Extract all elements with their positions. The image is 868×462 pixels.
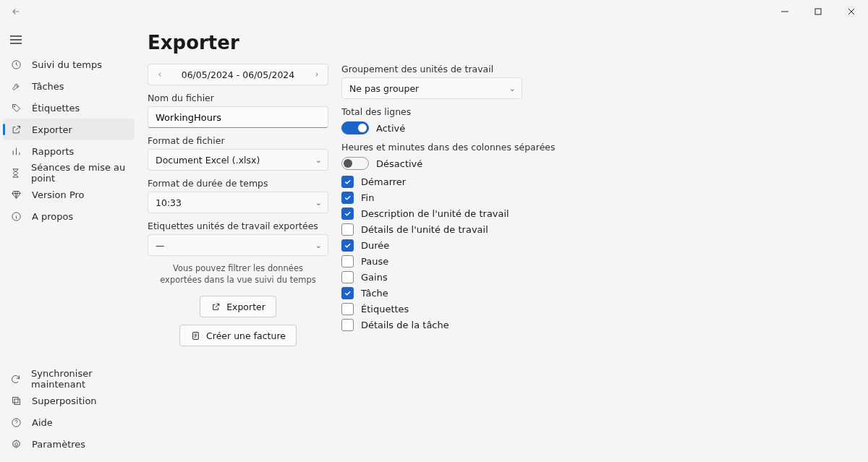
totals-state: Activé [376, 123, 405, 134]
checkbox[interactable] [341, 287, 354, 299]
sidebar-item-pro[interactable]: Version Pro [0, 184, 137, 205]
chevron-down-icon: ⌄ [315, 241, 322, 250]
fileformat-select[interactable]: Document Excel (.xlsx) ⌄ [148, 149, 328, 171]
sidebar-item-label: Paramètres [32, 439, 85, 450]
checkbox[interactable] [341, 223, 354, 236]
sidebar-item-focus[interactable]: Séances de mise au point [0, 162, 137, 184]
sidebar-item-help[interactable]: Aide [0, 411, 137, 433]
window-close[interactable] [835, 0, 868, 23]
menu-toggle[interactable] [1, 27, 30, 52]
clock-icon [10, 59, 22, 70]
checkbox[interactable] [341, 319, 354, 331]
column-option[interactable]: Détails de la tâche [341, 319, 566, 331]
back-button[interactable] [7, 3, 25, 20]
grouping-label: Groupement des unités de travail [341, 64, 566, 74]
totals-label: Total des lignes [341, 106, 566, 117]
duration-format-select[interactable]: 10:33 ⌄ [148, 192, 328, 213]
filename-input[interactable] [148, 106, 328, 128]
date-next-button[interactable] [305, 64, 328, 85]
sidebar-item-reports[interactable]: Rapports [0, 140, 137, 162]
grouping-select[interactable]: Ne pas grouper ⌄ [341, 77, 522, 99]
sidebar-item-tasks[interactable]: Tâches [0, 75, 137, 97]
checkbox[interactable] [341, 271, 354, 283]
filename-label: Nom du fichier [148, 93, 328, 103]
column-option-label: Fin [361, 192, 374, 203]
export-icon [10, 124, 22, 135]
svg-point-7 [14, 442, 17, 445]
column-option-label: Durée [361, 240, 389, 251]
chart-icon [10, 145, 22, 157]
column-option[interactable]: Étiquettes [341, 303, 566, 315]
svg-rect-4 [12, 397, 18, 403]
duration-label: Format de durée de temps [148, 178, 328, 189]
sidebar-item-tags[interactable]: Étiquettes [0, 97, 137, 119]
sidebar-item-settings[interactable]: Paramètres [0, 433, 137, 455]
help-icon [10, 416, 22, 428]
wrench-icon [10, 80, 22, 92]
svg-rect-5 [14, 399, 20, 405]
column-option[interactable]: Détails de l'unité de travail [341, 223, 566, 236]
date-range-display[interactable]: 06/05/2024 - 06/05/2024 [171, 64, 305, 85]
column-option[interactable]: Description de l'unité de travail [341, 208, 566, 220]
sidebar-item-label: Séances de mise au point [31, 162, 129, 184]
hm-toggle[interactable] [341, 157, 369, 170]
sidebar-item-sync[interactable]: Synchroniser maintenant [0, 368, 137, 390]
checkbox[interactable] [341, 176, 354, 188]
column-option[interactable]: Durée [341, 239, 566, 252]
sidebar-item-overlay[interactable]: Superposition [0, 390, 137, 411]
taglabels-value: — [156, 240, 165, 251]
sidebar-item-label: Exporter [32, 124, 72, 135]
checkbox[interactable] [341, 303, 354, 315]
column-option[interactable]: Tâche [341, 287, 566, 299]
tag-icon [10, 102, 22, 114]
export-icon [210, 301, 221, 312]
column-option-label: Détails de l'unité de travail [361, 224, 488, 235]
sidebar-item-time-tracking[interactable]: Suivi du temps [0, 54, 137, 75]
window-maximize[interactable] [801, 0, 835, 23]
column-option[interactable]: Démarrer [341, 176, 566, 188]
tag-labels-select[interactable]: — ⌄ [148, 234, 328, 256]
date-prev-button[interactable] [148, 64, 171, 85]
sidebar-item-label: Suivi du temps [32, 59, 102, 70]
svg-rect-0 [815, 9, 821, 14]
column-option[interactable]: Gains [341, 271, 566, 283]
diamond-icon [10, 189, 22, 200]
column-option-label: Étiquettes [361, 304, 409, 315]
column-option-label: Gains [361, 272, 388, 283]
column-option-label: Démarrer [361, 176, 406, 187]
chevron-down-icon: ⌄ [509, 84, 516, 93]
overlay-icon [10, 395, 22, 406]
hm-state: Désactivé [376, 158, 422, 169]
sidebar-item-about[interactable]: A propos [0, 205, 137, 227]
chevron-down-icon: ⌄ [315, 198, 322, 208]
create-invoice-label: Créer une facture [206, 330, 286, 341]
export-button-label: Exporter [226, 301, 265, 312]
invoice-icon [190, 330, 200, 341]
chevron-down-icon: ⌄ [315, 155, 322, 165]
totals-toggle[interactable] [341, 121, 369, 134]
sync-icon [10, 373, 21, 385]
sidebar-item-export[interactable]: Exporter [3, 119, 135, 140]
export-button[interactable]: Exporter [200, 296, 276, 317]
checkbox[interactable] [341, 255, 354, 268]
window-minimize[interactable] [768, 0, 801, 23]
sidebar-item-label: Version Pro [32, 189, 85, 200]
fileformat-value: Document Excel (.xlsx) [156, 155, 260, 166]
sidebar-item-label: A propos [32, 211, 73, 222]
gear-icon [10, 438, 22, 450]
taglabels-label: Etiquettes unités de travail exportées [148, 221, 328, 231]
create-invoice-button[interactable]: Créer une facture [179, 325, 297, 346]
checkbox[interactable] [341, 192, 354, 204]
column-option-label: Pause [361, 256, 388, 267]
filter-hint: Vous pouvez filtrer les données exportée… [152, 263, 324, 286]
column-option[interactable]: Fin [341, 192, 566, 204]
checkbox[interactable] [341, 208, 354, 220]
sidebar-item-label: Superposition [32, 395, 97, 406]
column-option[interactable]: Pause [341, 255, 566, 268]
checkbox[interactable] [341, 239, 354, 252]
sidebar-item-label: Synchroniser maintenant [31, 368, 129, 390]
fileformat-label: Format de fichier [148, 135, 328, 146]
sidebar-item-label: Rapports [32, 146, 74, 157]
column-option-label: Tâche [361, 288, 388, 299]
sidebar-item-label: Tâches [32, 81, 64, 92]
